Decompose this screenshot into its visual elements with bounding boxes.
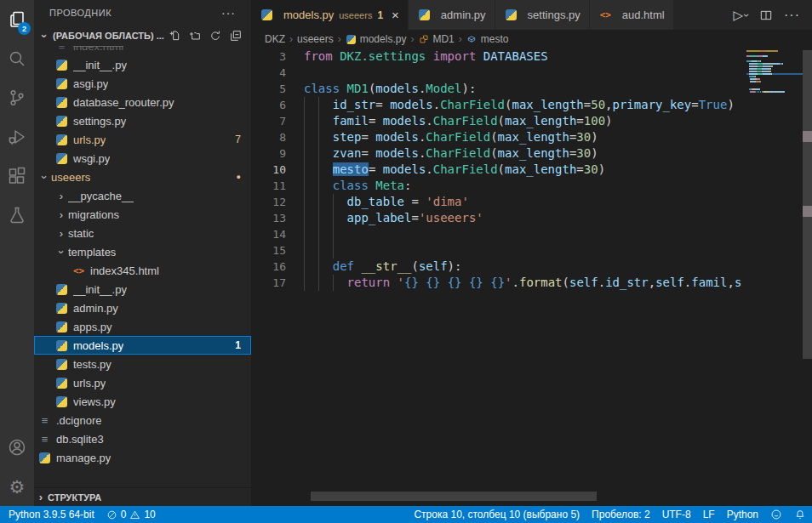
code-line-7[interactable]: 7famil= models.CharField(max_length=100) bbox=[251, 113, 746, 129]
line-number[interactable]: 17 bbox=[251, 275, 286, 291]
code-line-13[interactable]: 13app_label='useeers' bbox=[251, 210, 746, 226]
code-line-14[interactable]: 14 bbox=[251, 226, 746, 242]
tree-item-tests.py[interactable]: tests.py bbox=[34, 355, 251, 373]
problems-status[interactable]: 0 10 bbox=[100, 506, 162, 523]
tree-item-migrations[interactable]: ›migrations bbox=[34, 205, 251, 224]
tree-item-db.sqlite3[interactable]: ≡db.sqlite3 bbox=[34, 429, 251, 448]
tree-item-asgi.py[interactable]: asgi.py bbox=[34, 74, 251, 93]
code-line-3[interactable]: 3from DKZ.settings import DATABASES bbox=[251, 48, 746, 65]
tree-item-settings.py[interactable]: settings.py bbox=[34, 111, 251, 130]
tree-item-urls.py[interactable]: urls.py bbox=[34, 373, 251, 392]
activity-item-account[interactable] bbox=[0, 428, 34, 467]
tab-models.py[interactable]: models.pyuseeers1× bbox=[251, 0, 409, 30]
outline-section-header[interactable]: › СТРУКТУРА bbox=[34, 487, 251, 506]
tree-item-label: wsgi.py bbox=[73, 152, 110, 165]
code-line-16[interactable]: 16def __str__(self): bbox=[251, 259, 746, 275]
feedback-button[interactable] bbox=[764, 506, 788, 523]
indent-guide bbox=[318, 194, 319, 210]
language-mode-status[interactable]: Python bbox=[721, 506, 764, 523]
tree-item-index345.html[interactable]: <>index345.html bbox=[34, 261, 251, 280]
tree-item-__init__.py[interactable]: __init__.py bbox=[34, 280, 251, 298]
tree-item-admin.py[interactable]: admin.py bbox=[34, 298, 251, 317]
tree-item-apps.py[interactable]: apps.py bbox=[34, 317, 251, 336]
sidebar-more-actions-icon[interactable]: ··· bbox=[221, 6, 236, 20]
tree-item-.dcignore[interactable]: ≡.dcignore bbox=[34, 411, 251, 429]
activity-item-explorer[interactable]: 2 bbox=[0, 0, 34, 39]
line-number[interactable]: 5 bbox=[251, 81, 286, 97]
activity-item-testing[interactable] bbox=[0, 196, 34, 235]
minimap[interactable] bbox=[746, 50, 803, 94]
line-number[interactable]: 11 bbox=[251, 178, 286, 194]
line-number[interactable]: 16 bbox=[251, 259, 286, 275]
line-number[interactable]: 6 bbox=[251, 97, 286, 113]
line-number[interactable]: 13 bbox=[251, 210, 286, 226]
minimap-seg bbox=[772, 65, 773, 67]
tree-item-database_roouter.py[interactable]: database_roouter.py bbox=[34, 93, 251, 111]
refresh-icon[interactable] bbox=[209, 29, 222, 43]
breadcrumb-item-useeers[interactable]: useeers bbox=[297, 33, 334, 45]
line-number[interactable]: 9 bbox=[251, 145, 286, 162]
breadcrumb-item-models.py[interactable]: models.py bbox=[346, 33, 407, 45]
activity-item-source-control[interactable] bbox=[0, 78, 34, 117]
code-line-9[interactable]: 9zvan= models.CharField(max_length=30) bbox=[251, 145, 746, 162]
code-line-6[interactable]: 6id_str= models.CharField(max_length=50,… bbox=[251, 97, 746, 113]
tree-item-useeers[interactable]: ›useeers● bbox=[34, 168, 251, 186]
tree-item-views.py[interactable]: views.py bbox=[34, 392, 251, 411]
line-number[interactable]: 14 bbox=[251, 226, 286, 242]
new-file-icon[interactable] bbox=[168, 29, 181, 43]
code-token: max_length bbox=[498, 130, 569, 144]
encoding-status[interactable]: UTF-8 bbox=[656, 506, 697, 523]
tree-item-index.html[interactable]: ≡index.html bbox=[34, 46, 251, 55]
tab-settings.py[interactable]: settings.py bbox=[495, 0, 590, 30]
code-line-15[interactable]: 15 bbox=[251, 242, 746, 259]
bell-button[interactable] bbox=[788, 506, 812, 523]
code-line-4[interactable]: 4 bbox=[251, 65, 746, 81]
line-number[interactable]: 15 bbox=[251, 242, 286, 259]
tree-item-static[interactable]: ›static bbox=[34, 224, 251, 242]
indentation-status[interactable]: Пробелов: 2 bbox=[586, 506, 656, 523]
python-interpreter-status[interactable]: Python 3.9.5 64-bit bbox=[0, 506, 100, 523]
run-button[interactable]: ▷› bbox=[733, 8, 748, 23]
activity-item-run-debug[interactable] bbox=[0, 117, 34, 156]
line-number[interactable]: 3 bbox=[251, 48, 286, 65]
close-icon[interactable]: × bbox=[392, 9, 399, 21]
workspace-section-header[interactable]: › (РАБОЧАЯ ОБЛАСТЬ) ... bbox=[34, 26, 251, 46]
breadcrumb-item-DKZ[interactable]: DKZ bbox=[265, 33, 285, 45]
tree-item-__pycache__[interactable]: ›__pycache__ bbox=[34, 186, 251, 205]
activity-item-extensions[interactable] bbox=[0, 156, 34, 196]
eol-status[interactable]: LF bbox=[697, 506, 721, 523]
code-line-10[interactable]: 10mesto= models.CharField(max_length=30) bbox=[251, 162, 746, 178]
tab-admin.py[interactable]: admin.py bbox=[409, 0, 495, 30]
activity-item-settings[interactable]: ⚙ bbox=[0, 467, 34, 506]
tree-item-__init__.py[interactable]: __init__.py bbox=[34, 55, 251, 74]
split-editor-button[interactable] bbox=[759, 9, 773, 22]
line-number[interactable]: 12 bbox=[251, 194, 286, 210]
line-number[interactable]: 4 bbox=[251, 65, 286, 81]
code-token: CharField bbox=[433, 114, 498, 128]
collapse-all-icon[interactable] bbox=[229, 29, 243, 43]
tree-item-templates[interactable]: ›templates bbox=[34, 242, 251, 261]
breadcrumb-item-MD1[interactable]: MD1 bbox=[418, 33, 454, 45]
vertical-scrollbar-thumb[interactable] bbox=[803, 50, 812, 359]
tree-item-models.py[interactable]: models.py1 bbox=[34, 336, 251, 355]
line-number[interactable]: 10 bbox=[251, 162, 286, 178]
code-line-17[interactable]: 17return '{} {} {} {} {}'.format(self.id… bbox=[251, 275, 746, 291]
code-line-8[interactable]: 8step= models.CharField(max_length=30) bbox=[251, 129, 746, 145]
tree-item-wsgi.py[interactable]: wsgi.py bbox=[34, 149, 251, 168]
tab-aud.html[interactable]: <>aud.html bbox=[590, 0, 674, 30]
python-logo-icon bbox=[56, 396, 67, 407]
more-actions-button[interactable]: ··· bbox=[784, 8, 800, 23]
new-folder-icon[interactable] bbox=[188, 29, 202, 43]
activity-item-search[interactable] bbox=[0, 39, 34, 78]
line-number[interactable]: 7 bbox=[251, 113, 286, 129]
cursor-position-status[interactable]: Строка 10, столбец 10 (выбрано 5) bbox=[405, 506, 586, 523]
code-line-5[interactable]: 5class MD1(models.Model): bbox=[251, 81, 746, 97]
tree-item-manage.py[interactable]: manage.py bbox=[34, 448, 251, 467]
line-number[interactable]: 8 bbox=[251, 129, 286, 145]
code-line-11[interactable]: 11class Meta: bbox=[251, 178, 746, 194]
code-line-12[interactable]: 12db_table = 'dima' bbox=[251, 194, 746, 210]
breadcrumb-item-mesto[interactable]: mesto bbox=[466, 33, 509, 45]
horizontal-scrollbar-thumb[interactable] bbox=[311, 492, 597, 501]
tree-item-urls.py[interactable]: urls.py7 bbox=[34, 130, 251, 149]
editor-area[interactable]: 3from DKZ.settings import DATABASES45cla… bbox=[251, 48, 812, 506]
